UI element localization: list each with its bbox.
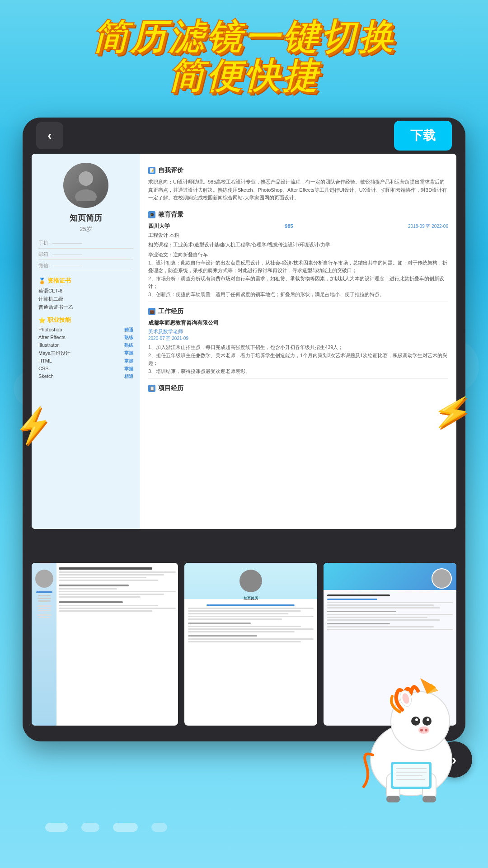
svg-point-9 (427, 718, 429, 721)
lightning-right: ⚡ (430, 390, 475, 434)
thumb-1-sidebar (32, 563, 56, 726)
self-eval-icon: 📝 (148, 167, 155, 174)
thesis-point-1: 1、设计初衷：此款自行车设计的出发点是反思设计，从社会-经济-技术因素分析自行车… (148, 259, 448, 275)
skill-maya: Maya三维设计 掌握 (38, 350, 133, 357)
certs-title: 🏅 资格证书 (38, 277, 133, 285)
self-eval-header: 📝 自我评价 (148, 166, 448, 175)
header-line1: 简历滤镜一键切换 (0, 18, 488, 57)
svg-point-6 (411, 717, 420, 726)
divider-1 (148, 205, 448, 205)
work-date: 2020-07 至 2021-09 (148, 335, 448, 342)
cert-1: 英语CET-6 (38, 288, 133, 294)
cert-3: 普通话证书一乙 (38, 304, 133, 311)
school-name: 四川大学 (148, 222, 170, 230)
contact-phone: 手机 —————— (38, 240, 133, 249)
star-icon: ⭐ (38, 317, 46, 324)
thesis-title: 毕业论文：逆向折叠自行车 (148, 251, 448, 259)
lightning-left: ⚡ (11, 404, 56, 447)
svg-rect-17 (386, 796, 400, 802)
skill-ae: After Effects 熟练 (38, 335, 133, 341)
svg-point-10 (418, 726, 429, 734)
mascot-unicorn (348, 651, 474, 809)
project-icon: 📋 (148, 385, 155, 392)
position: 美术及数学老师 (148, 328, 448, 336)
edu-date: 2018-09 至 2022-06 (408, 223, 448, 230)
avatar (63, 163, 108, 208)
work-title: 工作经历 (158, 307, 183, 316)
gpa-badge: 985 (285, 223, 293, 229)
header-area: 简历滤镜一键切换 简便快捷 (0, 18, 488, 96)
divider-3 (148, 378, 448, 379)
work-header: 💼 工作经历 (148, 307, 448, 316)
email-label: 邮箱 (38, 251, 48, 257)
edu-school-row: 四川大学 985 2018-09 至 2022-06 (148, 222, 448, 230)
thesis-point-3: 3、创新点：便捷的车锁装置，适用于任何紧度的锁车地点；折叠后的形状，满足占地小、… (148, 291, 448, 299)
resume-age: 25岁 (38, 225, 133, 233)
resume-area: 知页简历 25岁 手机 —————— 邮箱 —————— 微信 —————— 🏅… (32, 154, 456, 529)
thesis-point-2: 2、市场分析：调查分析现有消费市场对自行车的需求，如租赁、承载货物等因素，加以以… (148, 275, 448, 291)
company-name: 成都学而思教育咨询有限公司 (148, 319, 448, 327)
cert-2: 计算机二级 (38, 296, 133, 302)
self-eval-title: 自我评价 (158, 166, 183, 175)
phone-label: 手机 (38, 240, 48, 245)
skill-sketch: Sketch 精通 (38, 373, 133, 380)
skill-photoshop: Photoshop 精通 (38, 327, 133, 333)
work-point-3: 3、培训结束，获得授课点最受欢迎老师表彰。 (148, 368, 448, 376)
device-topbar: ‹ 下载 (23, 118, 465, 154)
trophy-icon: 🏅 (38, 278, 46, 284)
skill-css: CSS 掌握 (38, 366, 133, 372)
svg-point-0 (79, 171, 93, 186)
svg-rect-18 (422, 796, 436, 802)
divider-2 (148, 302, 448, 302)
back-button[interactable]: ‹ (36, 122, 63, 149)
thumb-1[interactable] (32, 563, 178, 726)
edu-icon: 🎓 (148, 211, 155, 218)
svg-point-8 (415, 718, 418, 721)
skill-html: HTML 掌握 (38, 358, 133, 364)
device-frame: ‹ 下载 知页简历 25岁 手机 —————— (23, 118, 465, 741)
self-eval-text: 求职意向：UI设计师助理。985高校工程设计专业，熟悉产品设计流程，有一定的团队… (148, 178, 448, 202)
work-point-2: 2、担任五年级班主任兼数学、美术老师，着力于培养学生创造能力，1个月内策划3次艺… (148, 352, 448, 368)
courses: 相关课程：工业美术/造型设计基础/人机工程学/心理学/视觉传达设计/环境设计/力… (148, 241, 448, 249)
edu-header: 🎓 教育背景 (148, 211, 448, 219)
resume-name: 知页简历 (38, 212, 133, 223)
svg-point-11 (420, 729, 423, 731)
wechat-label: 微信 (38, 263, 48, 268)
bottom-dots (45, 823, 167, 832)
skills-title: ⭐ 职业技能 (38, 316, 133, 324)
project-title: 项目经历 (158, 384, 183, 392)
skill-illustrator: Illustrator 熟练 (38, 342, 133, 349)
contact-wechat: 微信 —————— (38, 262, 133, 271)
svg-point-7 (422, 717, 432, 726)
project-header: 📋 项目经历 (148, 384, 448, 392)
svg-point-12 (425, 729, 427, 731)
work-point-1: 1、加入浙江常山招生点，每日完成超高强度线下招生，包含小升初各年级共招生439人… (148, 344, 448, 352)
contact-email: 邮箱 —————— (38, 251, 133, 260)
resume-left-sidebar: 知页简历 25岁 手机 —————— 邮箱 —————— 微信 —————— 🏅… (32, 154, 140, 529)
avatar-placeholder (63, 163, 108, 208)
work-icon: 💼 (148, 308, 155, 315)
edu-title: 教育背景 (158, 211, 183, 219)
header-line2: 简便快捷 (0, 57, 488, 96)
degree: 工程设计 本科 (148, 231, 448, 240)
svg-point-1 (75, 189, 97, 201)
back-icon: ‹ (47, 128, 52, 143)
resume-right-content: 📝 自我评价 求职意向：UI设计师助理。985高校工程设计专业，熟悉产品设计流程… (140, 154, 456, 529)
download-button[interactable]: 下载 (394, 121, 452, 151)
thumb-2[interactable]: 知页简历 (184, 563, 317, 726)
thumb-1-content (59, 567, 176, 613)
